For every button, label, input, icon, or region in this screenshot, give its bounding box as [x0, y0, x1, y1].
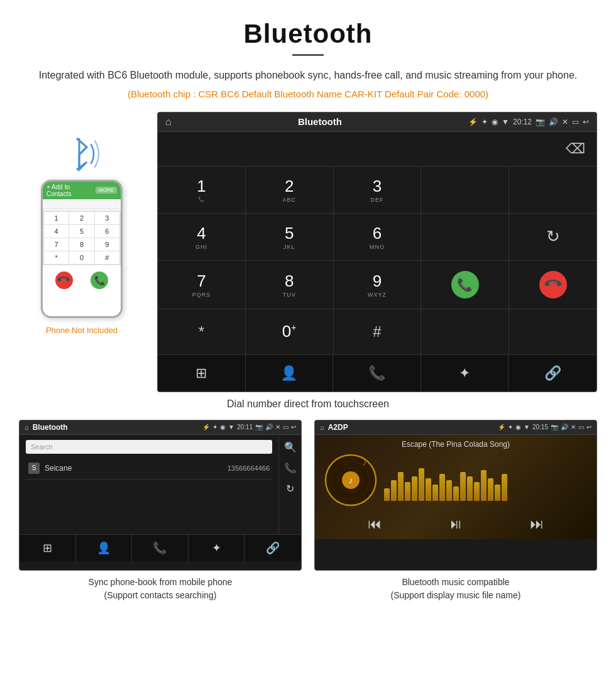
bluetooth-btn[interactable]: ✦ — [421, 355, 509, 392]
mu-home-icon: ⌂ — [320, 424, 324, 431]
dial-bottom-bar: ⊞ 👤 📞 ✦ 🔗 — [158, 354, 597, 392]
key-5[interactable]: 5 JKL — [246, 214, 333, 260]
page-title: Bluetooth — [38, 19, 578, 49]
key-hash[interactable]: # — [334, 309, 421, 354]
vinyl-svg: ♪ ♪ — [324, 454, 378, 507]
phonebook-screen-area: ⌂ Bluetooth ⚡ ✦ ◉ ▼ 20:11 📷 🔊 ✕ ▭ ↩ — [19, 420, 302, 605]
mu-scr-icon: ▭ — [578, 424, 584, 430]
usb-icon: ⚡ — [468, 118, 478, 126]
pb-link-btn[interactable]: 🔗 — [245, 535, 301, 561]
mu-clock: 20:15 — [532, 424, 548, 430]
wifi-icon: ▼ — [502, 118, 509, 126]
close-icon: ✕ — [562, 118, 568, 126]
phone-top-bar: + Add to Contacts MORE — [43, 182, 121, 199]
pb-call-btn[interactable]: 📞 — [132, 535, 189, 561]
mu-cam-icon: 📷 — [551, 424, 558, 430]
svg-line-1 — [79, 147, 87, 155]
camera-icon: 📷 — [536, 118, 545, 126]
key-8[interactable]: 8 TUV — [246, 261, 333, 309]
play-pause-btn[interactable]: ⏯ — [449, 516, 463, 532]
car-screen-title: Bluetooth — [177, 116, 463, 127]
call-button[interactable]: 📞 — [421, 261, 509, 309]
phone-dial-grid: 1 2 3 4 5 6 7 8 9 * 0 # — [43, 211, 121, 265]
music-body: Escape (The Pina Colada Song) ♪ — [315, 435, 597, 539]
title-divider — [292, 54, 324, 56]
pb-contacts-btn[interactable]: 👤 — [76, 535, 133, 561]
status-icons: ⚡ ✦ ◉ ▼ 20:12 📷 🔊 ✕ ▭ ↩ — [468, 118, 589, 126]
search-input[interactable]: Search — [26, 440, 272, 454]
pb-screen-title: Bluetooth — [33, 423, 199, 432]
key-9[interactable]: 9 WXYZ — [334, 261, 421, 309]
dial-display: ⌫ — [158, 132, 597, 167]
mu-wifi-icon: ▼ — [524, 424, 530, 430]
pb-bt-icon: ✦ — [212, 424, 217, 430]
pb-usb-icon: ⚡ — [202, 424, 210, 430]
side-icons: 🔍 📞 ↻ — [278, 435, 301, 534]
music-status-bar: ⌂ A2DP ⚡ ✦ ◉ ▼ 20:15 📷 🔊 ✕ ▭ ↩ — [315, 420, 597, 435]
car-status-bar: ⌂ Bluetooth ⚡ ✦ ◉ ▼ 20:12 📷 🔊 ✕ ▭ ↩ — [158, 112, 597, 132]
mu-x-icon: ✕ — [571, 424, 576, 430]
car-dial-screen: ⌂ Bluetooth ⚡ ✦ ◉ ▼ 20:12 📷 🔊 ✕ ▭ ↩ ⌫ — [157, 112, 597, 392]
key-4[interactable]: 4 GHI — [158, 214, 245, 260]
empty-cell-2 — [509, 167, 597, 213]
pb-bottom-bar: ⊞ 👤 📞 ✦ 🔗 — [19, 534, 301, 561]
phonebook-main: Search S Seicane 13566664466 — [19, 435, 278, 534]
key-0[interactable]: 0+ — [246, 309, 333, 354]
pb-loc-icon: ◉ — [220, 424, 226, 430]
pb-dialpad-btn[interactable]: ⊞ — [19, 535, 76, 561]
refresh-side-icon[interactable]: ↻ — [286, 483, 294, 495]
contacts-list: S Seicane 13566664466 — [19, 458, 278, 480]
search-side-icon[interactable]: 🔍 — [284, 441, 297, 453]
phone-area: + Add to Contacts MORE 1 2 3 4 5 6 7 8 9… — [19, 112, 145, 335]
dialpad-btn[interactable]: ⊞ — [158, 355, 246, 392]
phone-mockup: + Add to Contacts MORE 1 2 3 4 5 6 7 8 9… — [41, 180, 123, 318]
pb-vol-icon: 🔊 — [265, 424, 273, 430]
key-1[interactable]: 1 📞 — [158, 167, 245, 213]
music-art-row: ♪ ♪ — [321, 454, 590, 507]
phone-not-included-label: Phone Not Included — [46, 326, 118, 335]
phone-contacts — [43, 199, 121, 209]
mu-bt-icon: ✦ — [508, 424, 513, 430]
home-icon: ⌂ — [165, 116, 172, 128]
volume-icon: 🔊 — [549, 118, 558, 126]
key-star[interactable]: * — [158, 309, 245, 354]
screen-icon: ▭ — [572, 118, 579, 126]
main-section: + Add to Contacts MORE 1 2 3 4 5 6 7 8 9… — [0, 112, 616, 392]
music-art: ♪ ♪ — [324, 454, 378, 507]
phonebook-caption: Sync phone-book from mobile phone (Suppo… — [19, 571, 302, 605]
pb-x-icon: ✕ — [275, 424, 280, 430]
phonebook-car-screen: ⌂ Bluetooth ⚡ ✦ ◉ ▼ 20:11 📷 🔊 ✕ ▭ ↩ — [19, 420, 302, 571]
pb-home-icon: ⌂ — [25, 424, 29, 431]
reload-cell[interactable]: ↻ — [509, 214, 597, 260]
next-track-btn[interactable]: ⏭ — [530, 516, 544, 532]
music-screen-area: ⌂ A2DP ⚡ ✦ ◉ ▼ 20:15 📷 🔊 ✕ ▭ ↩ — [314, 420, 597, 605]
page-description: Integrated with BC6 Bluetooth module, su… — [38, 67, 578, 84]
pb-scr-icon: ▭ — [283, 424, 289, 430]
contacts-btn[interactable]: 👤 — [246, 355, 334, 392]
mu-vol-icon: 🔊 — [561, 424, 568, 430]
svg-text:♪: ♪ — [363, 458, 366, 467]
mu-status-icons: ⚡ ✦ ◉ ▼ 20:15 📷 🔊 ✕ ▭ ↩ — [498, 424, 591, 430]
phonebook-status-bar: ⌂ Bluetooth ⚡ ✦ ◉ ▼ 20:11 📷 🔊 ✕ ▭ ↩ — [19, 420, 301, 435]
key-2[interactable]: 2 ABC — [246, 167, 333, 213]
pb-bt-btn[interactable]: ✦ — [189, 535, 245, 561]
song-title: Escape (The Pina Colada Song) — [321, 440, 590, 449]
pb-clock: 20:11 — [237, 424, 253, 430]
phonebook-body: Search S Seicane 13566664466 🔍 📞 ↻ — [19, 435, 301, 534]
bluetooth-status-icon: ✦ — [481, 118, 488, 126]
back-icon: ↩ — [583, 118, 589, 126]
key-3[interactable]: 3 DEF — [334, 167, 421, 213]
key-6[interactable]: 6 MNO — [334, 214, 421, 260]
key-7[interactable]: 7 PQRS — [158, 261, 245, 309]
music-caption: Bluetooth music compatible (Support disp… — [314, 571, 597, 605]
call-side-icon[interactable]: 📞 — [284, 462, 297, 474]
search-area: Search — [26, 440, 272, 454]
contact-number: 13566664466 — [228, 464, 270, 472]
call-log-btn[interactable]: 📞 — [333, 355, 421, 392]
bottom-section: ⌂ Bluetooth ⚡ ✦ ◉ ▼ 20:11 📷 🔊 ✕ ▭ ↩ — [0, 420, 616, 605]
backspace-icon[interactable]: ⌫ — [566, 141, 585, 157]
prev-track-btn[interactable]: ⏮ — [368, 516, 382, 532]
end-call-button[interactable]: 📞 — [509, 261, 597, 309]
empty-cell-4 — [421, 309, 509, 354]
link-btn[interactable]: 🔗 — [509, 355, 597, 392]
